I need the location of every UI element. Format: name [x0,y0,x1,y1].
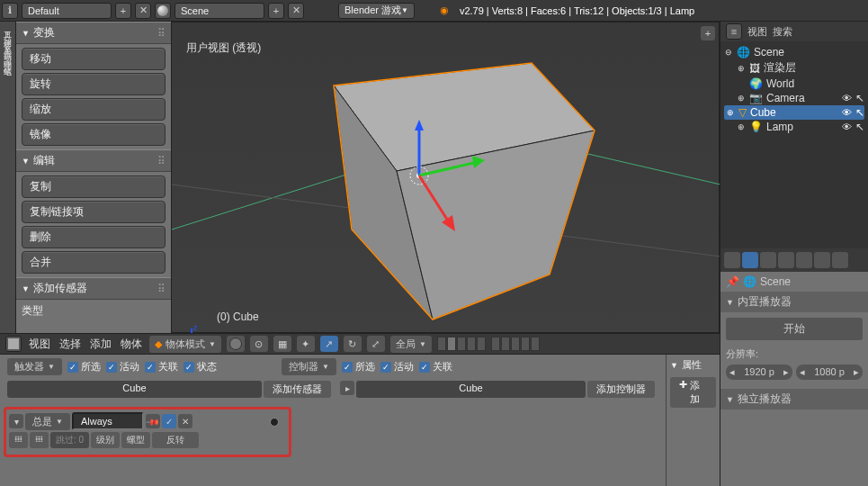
pivot-icon[interactable]: ⊙ [250,336,268,352]
controllers-dropdown[interactable]: 控制器▼ [282,358,336,375]
tab-constraints-icon[interactable] [814,252,830,268]
eye-icon[interactable]: 👁 [842,122,852,132]
sensor-object-label[interactable]: Cube [7,381,262,398]
layout-add-button[interactable]: + [115,3,131,19]
eye-icon[interactable]: 👁 [842,107,852,118]
add-prop-button[interactable]: ✚添加 [670,377,716,408]
mirror-button[interactable]: 镜像 [22,123,166,146]
delete-button[interactable]: 删除 [22,226,166,248]
sensor-output-socket[interactable] [270,418,279,427]
pin-icon[interactable]: 📌 [146,414,160,428]
ctrl-expand-icon[interactable]: ▸ [340,381,354,395]
outliner-cube[interactable]: ⊕▽Cube👁↖ [724,105,864,120]
tab-animation[interactable]: 动画 [0,43,15,50]
tab-physics[interactable]: 物理 [0,50,15,58]
start-button[interactable]: 开始 [726,318,863,340]
transform-panel-header[interactable]: ▼变换⠿ [16,22,171,44]
sensors-dropdown[interactable]: 触发器▼ [7,358,62,375]
tab-scene-icon[interactable] [760,252,776,268]
menu-view[interactable]: 视图 [27,337,52,352]
shading-icon[interactable] [227,336,245,352]
outliner-menu-search[interactable]: 搜索 [773,25,792,39]
sensor-type-dropdown[interactable]: 总是▼ [25,413,70,430]
check-sel-ctrl[interactable]: ✓所选 [342,360,375,374]
widget-icon[interactable]: ✦ [297,336,315,352]
standalone-player-header[interactable]: ▼独立播放器 [720,389,868,410]
tab-object-icon[interactable] [796,252,812,268]
outliner-renderlayers[interactable]: ⊕🖼渲染层 [724,59,864,76]
check-state-sensor[interactable]: ✓状态 [183,360,217,374]
outliner-scene[interactable]: ⊖🌐Scene [724,45,864,59]
cursor-icon[interactable]: ↖ [855,92,864,104]
check-act-ctrl[interactable]: ✓活动 [380,360,414,374]
check-link-sensor[interactable]: ✓关联 [145,360,178,374]
layout-dropdown[interactable]: Default [22,3,112,19]
embedded-player-header[interactable]: ▼内置播放器 [720,292,868,312]
tab-renderlayer-icon[interactable] [742,252,758,268]
menu-add[interactable]: 添加 [88,337,113,352]
orientation-dropdown[interactable]: 全局▼ [390,336,432,353]
outliner-camera[interactable]: ⊕📷Camera👁↖ [724,91,864,105]
translate-button[interactable]: 移动 [22,48,166,70]
editor-icon[interactable]: ℹ [2,3,18,19]
outliner-menu-view[interactable]: 视图 [747,25,767,39]
tab-modifiers-icon[interactable] [832,252,848,268]
res-y-field[interactable]: ◂1080 p▸ [796,364,863,380]
layer-icon[interactable]: ▦ [273,336,291,352]
check-act-sensor[interactable]: ✓活动 [106,360,139,374]
edit-panel-header[interactable]: ▼编辑⠿ [16,149,171,172]
engine-dropdown[interactable]: Blender 游戏 ▼ [338,3,415,19]
pulse-false-icon[interactable]: 𝍖 [30,432,49,448]
3d-viewport[interactable]: + 用户视图 (透视) z y x (0) Cube [171,22,720,333]
tab-render-icon[interactable] [724,252,740,268]
eye-icon[interactable]: 👁 [842,93,852,104]
menu-select[interactable]: 选择 [58,337,83,352]
tab-create[interactable]: 创建 [0,29,15,36]
tab-tools[interactable]: 工具 [0,22,15,29]
outliner-editor-icon[interactable]: ≡ [726,23,742,40]
duplicate-button[interactable]: 复制 [22,176,166,198]
scene-dropdown[interactable]: Scene [174,3,264,19]
sensor-name-input[interactable] [72,412,144,430]
cursor-icon[interactable]: ↖ [855,106,864,119]
outliner-lamp[interactable]: ⊕💡Lamp👁↖ [724,120,864,134]
scene-add-button[interactable]: + [268,3,284,19]
close-icon[interactable]: ✕ [178,414,192,428]
translate-manipulator-icon[interactable]: ↗ [320,336,338,352]
pulse-true-icon[interactable]: 𝍖 [9,432,28,448]
skip-field[interactable]: 跳过: 0 [50,432,89,448]
outliner[interactable]: ⊖🌐Scene ⊕🖼渲染层 🌍World ⊕📷Camera👁↖ ⊕▽Cube👁↖… [720,41,868,248]
pin-icon[interactable]: 📌 [726,275,739,288]
cursor-icon[interactable]: ↖ [855,121,864,133]
duplicate-linked-button[interactable]: 复制链接项 [22,201,166,223]
scale-button[interactable]: 缩放 [22,98,166,121]
rotate-manipulator-icon[interactable]: ↻ [344,336,362,352]
menu-object[interactable]: 物体 [119,337,144,352]
check-link-ctrl[interactable]: ✓关联 [419,360,452,374]
editor-type-icon[interactable] [5,336,22,352]
add-controller-button[interactable]: 添加控制器 [587,381,655,398]
sensor-collapse-icon[interactable]: ▾ [9,414,23,428]
layout-close-button[interactable]: ✕ [135,3,151,19]
tap-button[interactable]: 螺型 [121,432,150,448]
props-header[interactable]: ▼属性 [670,358,716,372]
tab-relations[interactable]: 关系 [0,36,15,43]
add-sensor-panel-header[interactable]: ▼添加传感器⠿ [16,277,171,300]
level-button[interactable]: 级别 [91,432,120,448]
tab-greasepencil[interactable]: 蜡笔 [0,58,15,65]
check-sel-sensor[interactable]: ✓所选 [67,360,101,374]
scale-manipulator-icon[interactable]: ⤢ [367,336,385,352]
scene-close-button[interactable]: ✕ [288,3,304,19]
res-x-field[interactable]: ◂1920 p▸ [726,364,792,380]
layer-buttons[interactable] [437,337,540,351]
tab-world-icon[interactable] [778,252,794,268]
ctrl-object-label[interactable]: Cube [356,381,586,398]
join-button[interactable]: 合并 [22,251,166,274]
checkbox-icon[interactable]: ✓ [162,414,176,428]
outliner-world[interactable]: 🌍World [724,76,864,91]
mode-dropdown[interactable]: ◆物体模式▼ [149,336,221,353]
scene-icon[interactable] [155,3,171,19]
invert-button[interactable]: 反转 [152,432,199,448]
rotate-button[interactable]: 旋转 [22,73,166,95]
add-sensor-button[interactable]: 添加传感器 [264,381,331,398]
